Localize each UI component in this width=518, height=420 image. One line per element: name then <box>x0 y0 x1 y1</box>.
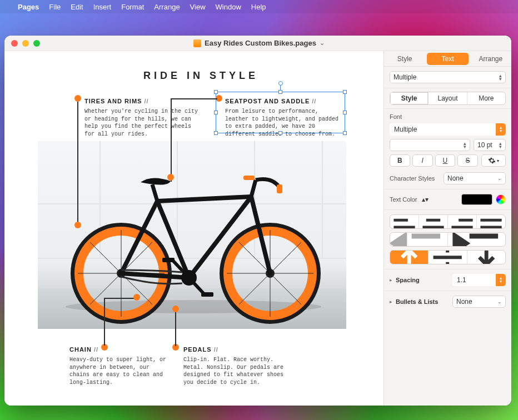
paragraph-style-value: Multiple <box>394 73 416 81</box>
svg-rect-31 <box>243 176 255 180</box>
disclosure-triangle-icon[interactable]: ▸ <box>390 299 392 304</box>
spacing-value: 1.1 <box>452 276 466 284</box>
callout-tires[interactable]: TIRES AND RIMS // Whether you're cycling… <box>84 96 201 138</box>
page-heading[interactable]: RIDE IN STYLE <box>143 70 258 82</box>
menu-window[interactable]: Window <box>216 3 241 11</box>
align-center-button[interactable] <box>419 215 448 228</box>
app-menu[interactable]: Pages <box>18 3 39 11</box>
text-color-label: Text Color <box>390 196 417 203</box>
text-subtabs: Style Layout More <box>390 92 506 105</box>
menubar: Pages File Edit Insert Format Arrange Vi… <box>0 0 518 13</box>
subtab-layout[interactable]: Layout <box>429 92 467 104</box>
chevron-down-icon: ▾ <box>497 158 499 163</box>
subtab-more[interactable]: More <box>467 92 505 104</box>
document-icon <box>193 39 201 47</box>
document-canvas[interactable]: RIDE IN STYLE TIRES AND RIMS // Whether … <box>4 51 383 406</box>
bike-photo[interactable] <box>38 141 346 329</box>
menu-view[interactable]: View <box>190 3 206 11</box>
svg-line-14 <box>90 242 121 273</box>
tab-arrange[interactable]: Arrange <box>470 51 511 66</box>
outdent-icon <box>390 232 447 247</box>
align-right-icon <box>448 214 476 229</box>
spacing-popup[interactable]: 1.1 ▴▾ <box>452 274 506 286</box>
svg-line-29 <box>152 184 157 201</box>
minimize-button[interactable] <box>22 40 29 47</box>
callout-tires-title: TIRES AND RIMS <box>84 98 142 104</box>
svg-line-16 <box>270 242 301 273</box>
menu-insert[interactable]: Insert <box>93 3 112 11</box>
chevron-down-icon: ⌄ <box>497 299 502 304</box>
svg-rect-32 <box>277 184 282 193</box>
color-picker-button[interactable] <box>496 194 506 204</box>
pages-window: Easy Rides Custom Bikes.pages ⌄ RIDE IN … <box>4 36 511 406</box>
align-right-button[interactable] <box>448 215 477 228</box>
leader-dot <box>74 222 81 228</box>
chevron-updown-icon: ▴▾ <box>464 142 466 148</box>
menu-edit[interactable]: Edit <box>71 3 83 11</box>
window-title: Easy Rides Custom Bikes.pages <box>205 39 316 47</box>
leader-line <box>171 98 217 99</box>
character-styles-popup[interactable]: None ⌄ <box>444 172 506 184</box>
close-button[interactable] <box>11 40 18 47</box>
align-justify-button[interactable] <box>477 215 505 228</box>
font-family-popup[interactable]: Multiple ▴▾ <box>390 123 506 136</box>
callout-chain-body: Heavy-duty to super light, or anywhere i… <box>69 356 170 386</box>
font-size-stepper[interactable]: 10 pt ▴▾ <box>474 139 506 151</box>
italic-button[interactable]: I <box>412 154 433 167</box>
stepper-icon: ▴▾ <box>499 142 502 148</box>
svg-rect-35 <box>201 292 213 297</box>
callout-chain[interactable]: CHAIN // Heavy-duty to super light, or a… <box>69 344 170 386</box>
spacing-label: Spacing <box>396 277 420 283</box>
menu-file[interactable]: File <box>49 3 61 11</box>
indent-button[interactable] <box>448 233 505 246</box>
leader-dot <box>167 174 174 181</box>
bullets-popup[interactable]: None ⌄ <box>452 296 506 308</box>
valign-bottom-button[interactable] <box>467 251 505 264</box>
leader-dot <box>172 306 179 312</box>
disclosure-triangle-icon[interactable]: ▸ <box>390 277 392 283</box>
tab-style[interactable]: Style <box>384 51 425 66</box>
callout-pedals[interactable]: PEDALS // Clip-in. Flat. Race worthy. Me… <box>183 344 289 386</box>
valign-middle-icon <box>429 250 466 264</box>
strikethrough-button[interactable]: S <box>457 154 478 167</box>
menu-help[interactable]: Help <box>251 3 266 11</box>
chevron-updown-icon: ▴▾ <box>496 123 506 136</box>
chevron-updown-icon: ▴▾ <box>499 74 502 81</box>
bike-illustration <box>38 141 346 329</box>
callout-pedals-body: Clip-in. Flat. Race worthy. Metal. Nonsl… <box>183 356 289 386</box>
callout-seatpost[interactable]: SEATPOST AND SADDLE // From leisure to p… <box>225 96 345 138</box>
font-typeface-popup[interactable]: ▴▾ <box>390 139 470 151</box>
align-center-icon <box>419 214 447 229</box>
menu-arrange[interactable]: Arrange <box>154 3 180 11</box>
subtab-style[interactable]: Style <box>390 92 429 104</box>
align-left-button[interactable] <box>390 215 419 228</box>
callout-pedals-title: PEDALS <box>183 346 212 353</box>
callout-seatpost-title: SEATPOST AND SADDLE <box>225 98 310 104</box>
gear-icon <box>488 157 496 164</box>
valign-top-icon <box>390 250 428 264</box>
slashes: // <box>310 98 316 104</box>
font-family-value: Multiple <box>390 126 417 133</box>
menu-format[interactable]: Format <box>121 3 144 11</box>
text-color-well[interactable] <box>461 194 492 205</box>
chevron-updown-icon: ▴▾ <box>496 274 506 286</box>
character-styles-label: Character Styles <box>390 175 440 182</box>
bold-button[interactable]: B <box>390 154 410 167</box>
chevron-updown-icon: ▴▾ <box>422 196 429 203</box>
tab-text[interactable]: Text <box>427 53 468 65</box>
paragraph-style-popup[interactable]: Multiple ▴▾ <box>390 71 506 83</box>
svg-line-12 <box>90 273 121 304</box>
svg-line-18 <box>270 273 301 304</box>
valign-bottom-icon <box>467 250 505 264</box>
zoom-button[interactable] <box>33 40 40 47</box>
indent-icon <box>448 232 505 247</box>
svg-line-24 <box>157 197 251 201</box>
callout-seatpost-body: From leisure to performance, leather to … <box>225 108 345 138</box>
outdent-button[interactable] <box>390 233 448 246</box>
underline-button[interactable]: U <box>435 154 456 167</box>
valign-top-button[interactable] <box>390 251 429 264</box>
valign-middle-button[interactable] <box>429 251 467 264</box>
page: RIDE IN STYLE TIRES AND RIMS // Whether … <box>34 51 346 406</box>
title-menu-chevron[interactable]: ⌄ <box>320 39 325 47</box>
advanced-options-button[interactable]: ▾ <box>481 154 506 167</box>
